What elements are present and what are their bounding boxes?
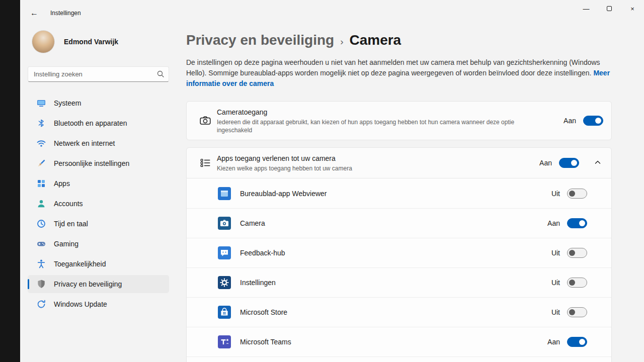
app-row-partial bbox=[187, 356, 611, 362]
network-icon bbox=[36, 138, 46, 148]
app-toggle-instellingen[interactable] bbox=[567, 278, 587, 288]
apps-access-expander: Apps toegang verlenen tot uw camera Kiez… bbox=[186, 147, 612, 362]
personalization-icon bbox=[36, 158, 46, 168]
app-toggle-webviewer[interactable] bbox=[567, 189, 587, 199]
maximize-icon bbox=[607, 6, 612, 11]
toggle-state-label: Uit bbox=[551, 190, 560, 198]
microsoft-teams-app-icon bbox=[218, 335, 231, 348]
minimize-button[interactable]: — bbox=[575, 0, 598, 17]
main-content: Privacy en beveiliging › Camera De inste… bbox=[181, 25, 644, 362]
sidebar-item-label: Persoonlijke instellingen bbox=[54, 159, 129, 167]
sidebar-item-bluetooth[interactable]: Bluetooth en apparaten bbox=[28, 114, 169, 132]
profile[interactable]: Edmond Varwijk bbox=[32, 30, 181, 53]
sidebar-item-label: Netwerk en internet bbox=[54, 139, 115, 147]
accounts-icon bbox=[36, 199, 46, 209]
toggle-state-label: Aan bbox=[539, 159, 552, 167]
collapse-button[interactable] bbox=[592, 157, 603, 168]
breadcrumb-parent[interactable]: Privacy en beveiliging bbox=[186, 32, 334, 48]
app-row-camera: Camera Aan bbox=[187, 208, 611, 238]
page-description-text: De instellingen op deze pagina weerhoude… bbox=[186, 58, 600, 77]
sidebar-item-label: Gaming bbox=[54, 240, 78, 248]
toggle-knob bbox=[569, 280, 575, 286]
camera-access-title: Cameratoegang bbox=[217, 107, 543, 117]
app-name: Bureaublad-app Webviewer bbox=[240, 190, 327, 198]
camera-access-toggle[interactable] bbox=[583, 116, 603, 126]
apps-access-toggle[interactable] bbox=[559, 158, 579, 168]
desktop-background bbox=[0, 0, 20, 362]
screen: ← Instellingen — × Edmond Varwijk bbox=[0, 0, 644, 362]
sidebar-item-systeem[interactable]: Systeem bbox=[28, 94, 169, 112]
app-name: Instellingen bbox=[240, 279, 276, 287]
sidebar-item-tijd-en-taal[interactable]: Tijd en taal bbox=[28, 215, 169, 233]
camera-access-card: Cameratoegang Iedereen die dit apparaat … bbox=[186, 101, 612, 140]
toggle-knob bbox=[579, 220, 585, 226]
camera-access-description: Iedereen die dit apparaat gebruikt, kan … bbox=[217, 118, 529, 134]
settings-app-icon bbox=[218, 276, 231, 289]
app-row-webviewer: Bureaublad-app Webviewer Uit bbox=[187, 178, 611, 208]
toggle-knob bbox=[569, 250, 575, 256]
webviewer-app-icon bbox=[218, 187, 231, 200]
searchbox bbox=[28, 66, 169, 82]
app-row-instellingen: Instellingen Uit bbox=[187, 267, 611, 297]
page-title: Camera bbox=[349, 32, 401, 48]
windows-update-icon bbox=[36, 299, 46, 309]
sidebar-item-label: Bluetooth en apparaten bbox=[54, 119, 127, 127]
bluetooth-icon bbox=[36, 118, 46, 128]
app-toggle-microsoft-teams[interactable] bbox=[567, 337, 587, 347]
sidebar-item-label: Apps bbox=[54, 179, 70, 188]
back-icon: ← bbox=[30, 9, 38, 17]
sidebar: Edmond Varwijk Systeem Bluetooth bbox=[20, 25, 181, 362]
system-icon bbox=[36, 98, 46, 108]
window-controls: — × bbox=[575, 0, 644, 17]
app-toggle-feedback-hub[interactable] bbox=[567, 248, 587, 258]
app-permission-list: Bureaublad-app Webviewer Uit Camera Aan bbox=[186, 178, 612, 362]
search-icon[interactable] bbox=[156, 70, 165, 78]
app-toggle-microsoft-store[interactable] bbox=[567, 307, 587, 317]
gaming-icon bbox=[36, 239, 46, 249]
toggle-state-label: Uit bbox=[551, 308, 560, 316]
sidebar-item-persoonlijke-instellingen[interactable]: Persoonlijke instellingen bbox=[28, 154, 169, 172]
sidebar-item-windows-update[interactable]: Windows Update bbox=[28, 295, 169, 313]
maximize-button[interactable] bbox=[598, 0, 621, 17]
avatar bbox=[32, 30, 55, 53]
toggle-state-label: Aan bbox=[547, 219, 560, 227]
sidebar-item-toegankelijkheid[interactable]: Toegankelijkheid bbox=[28, 255, 169, 273]
sidebar-item-privacy-en-beveiliging[interactable]: Privacy en beveiliging bbox=[28, 275, 169, 293]
microsoft-store-app-icon bbox=[218, 306, 231, 319]
close-icon: × bbox=[630, 5, 634, 13]
sidebar-item-label: Accounts bbox=[54, 200, 83, 208]
camera-icon bbox=[194, 115, 217, 127]
breadcrumb: Privacy en beveiliging › Camera bbox=[186, 32, 612, 48]
feedback-hub-app-icon bbox=[218, 246, 231, 259]
search-input[interactable] bbox=[28, 66, 169, 82]
app-name: Microsoft Teams bbox=[240, 338, 291, 346]
toggle-knob bbox=[595, 118, 601, 124]
sidebar-item-label: Systeem bbox=[54, 99, 81, 107]
app-toggle-camera[interactable] bbox=[567, 218, 587, 228]
apps-icon bbox=[36, 178, 46, 189]
toggle-knob bbox=[569, 309, 575, 315]
sidebar-item-apps[interactable]: Apps bbox=[28, 174, 169, 193]
toggle-state-label: Uit bbox=[551, 249, 560, 257]
sidebar-nav: Systeem Bluetooth en apparaten Netwerk e… bbox=[28, 94, 181, 313]
close-button[interactable]: × bbox=[621, 0, 644, 17]
minimize-icon: — bbox=[583, 5, 590, 13]
app-row-microsoft-teams: Microsoft Teams Aan bbox=[187, 327, 611, 356]
back-button[interactable]: ← bbox=[26, 5, 42, 21]
toggle-knob bbox=[579, 339, 585, 345]
sidebar-item-accounts[interactable]: Accounts bbox=[28, 195, 169, 213]
camera-app-icon bbox=[218, 217, 231, 230]
app-name: Feedback-hub bbox=[240, 249, 285, 257]
window-title: Instellingen bbox=[50, 10, 81, 17]
settings-window: ← Instellingen — × Edmond Varwijk bbox=[20, 0, 644, 362]
sidebar-item-netwerk[interactable]: Netwerk en internet bbox=[28, 134, 169, 152]
toggle-knob bbox=[571, 160, 577, 166]
sidebar-item-gaming[interactable]: Gaming bbox=[28, 235, 169, 253]
shield-icon bbox=[36, 279, 46, 289]
app-name: Camera bbox=[240, 219, 265, 227]
toggle-state-label: Aan bbox=[564, 117, 576, 125]
apps-access-description: Kiezen welke apps toegang hebben tot uw … bbox=[217, 164, 519, 172]
time-language-icon bbox=[36, 219, 46, 229]
sidebar-item-label: Toegankelijkheid bbox=[54, 260, 106, 268]
apps-access-header[interactable]: Apps toegang verlenen tot uw camera Kiez… bbox=[186, 147, 612, 178]
